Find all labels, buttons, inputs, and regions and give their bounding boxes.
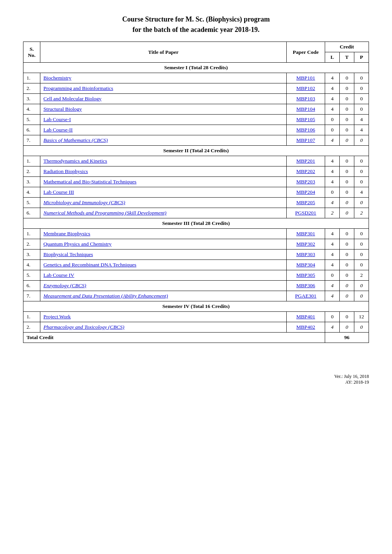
row-title-link[interactable]: Measurement and Data Presentation (Abili… [43, 293, 168, 299]
row-title-link[interactable]: Lab Course-I [43, 116, 71, 122]
row-code-link[interactable]: MBP104 [296, 106, 315, 112]
row-title-link[interactable]: Numerical Methods and Programming (Skill… [43, 210, 166, 216]
row-code[interactable]: MBP401 [287, 312, 325, 322]
row-code-link[interactable]: MBP102 [296, 85, 315, 91]
row-code-link[interactable]: MBP306 [296, 283, 315, 288]
row-code-link[interactable]: MBP107 [296, 137, 315, 143]
row-title[interactable]: Microbiology and Immunology (CBCS) [40, 198, 287, 208]
row-code-link[interactable]: MBP402 [296, 324, 315, 330]
row-title[interactable]: Pharmacology and Toxicology (CBCS) [40, 322, 287, 333]
row-code[interactable]: MBP101 [287, 73, 325, 83]
row-code[interactable]: MBP201 [287, 156, 325, 166]
row-title[interactable]: Measurement and Data Presentation (Abili… [40, 291, 287, 301]
row-code-link[interactable]: MBP304 [296, 262, 315, 268]
row-title-link[interactable]: Structural Biology [43, 106, 82, 112]
row-credit-l: 0 [325, 115, 340, 125]
row-code-link[interactable]: MBP106 [296, 127, 315, 133]
row-code[interactable]: MBP205 [287, 198, 325, 208]
row-code[interactable]: MBP302 [287, 239, 325, 250]
row-code-link[interactable]: MBP201 [296, 158, 315, 164]
row-title[interactable]: Structural Biology [40, 104, 287, 115]
row-title-link[interactable]: Microbiology and Immunology (CBCS) [43, 200, 125, 205]
row-code[interactable]: MBP305 [287, 270, 325, 281]
row-title[interactable]: Lab Course-II [40, 125, 287, 135]
row-code-link[interactable]: MBP101 [296, 75, 315, 81]
row-code-link[interactable]: MBP303 [296, 251, 315, 257]
row-credit-t: 0 [340, 260, 354, 270]
row-code[interactable]: MBP103 [287, 94, 325, 104]
row-credit-p: 12 [354, 312, 369, 322]
row-code[interactable]: MBP106 [287, 125, 325, 135]
row-code[interactable]: PGAE301 [287, 291, 325, 301]
page-title-1: Course Structure for M. Sc. (Biophysics)… [23, 15, 369, 23]
row-code-link[interactable]: MBP103 [296, 96, 315, 101]
row-title-link[interactable]: Biochemistry [43, 75, 71, 81]
row-code[interactable]: PGSD201 [287, 208, 325, 218]
row-code-link[interactable]: PGAE301 [295, 293, 317, 299]
row-title[interactable]: Biophysical Techniques [40, 250, 287, 260]
row-code-link[interactable]: MBP105 [296, 116, 315, 122]
row-title-link[interactable]: Quantum Physics and Chemistry [43, 241, 111, 247]
row-title[interactable]: Lab Course IV [40, 270, 287, 281]
row-title-link[interactable]: Basics of Mathematics (CBCS) [43, 137, 108, 143]
col-header-title: Title of Paper [40, 42, 287, 63]
row-credit-p: 0 [354, 156, 369, 166]
row-code[interactable]: MBP102 [287, 83, 325, 94]
row-title-link[interactable]: Mathematical and Bio-Statistical Techniq… [43, 179, 136, 185]
row-title-link[interactable]: Cell and Molecular Biology [43, 96, 101, 101]
row-title[interactable]: Lab Course-I [40, 115, 287, 125]
row-code[interactable]: MBP105 [287, 115, 325, 125]
row-code[interactable]: MBP301 [287, 229, 325, 239]
row-code[interactable]: MBP303 [287, 250, 325, 260]
row-title[interactable]: Mathematical and Bio-Statistical Techniq… [40, 177, 287, 187]
row-code[interactable]: MBP402 [287, 322, 325, 333]
row-code[interactable]: MBP204 [287, 187, 325, 198]
row-title[interactable]: Radiation Biophysics [40, 166, 287, 177]
row-code-link[interactable]: MBP205 [296, 200, 315, 205]
table-row: 1.Membrane BiophysicsMBP301400 [23, 229, 369, 239]
row-code-link[interactable]: MBP401 [296, 314, 315, 319]
row-title-link[interactable]: Biophysical Techniques [43, 251, 93, 257]
row-title-link[interactable]: Radiation Biophysics [43, 168, 88, 174]
row-title[interactable]: Enzymology (CBCS) [40, 281, 287, 291]
row-code[interactable]: MBP202 [287, 166, 325, 177]
row-title-link[interactable]: Project Work [43, 314, 71, 319]
row-code[interactable]: MBP107 [287, 135, 325, 146]
row-title[interactable]: Lab Course III [40, 187, 287, 198]
row-code-link[interactable]: MBP302 [296, 241, 315, 247]
row-code-link[interactable]: MBP203 [296, 179, 315, 185]
row-title-link[interactable]: Lab Course III [43, 189, 74, 195]
row-title-link[interactable]: Pharmacology and Toxicology (CBCS) [43, 324, 125, 330]
row-code-link[interactable]: MBP204 [296, 189, 315, 195]
row-code-link[interactable]: MBP305 [296, 272, 315, 278]
table-row: 6.Lab Course-IIMBP106004 [23, 125, 369, 135]
row-title[interactable]: Quantum Physics and Chemistry [40, 239, 287, 250]
row-code[interactable]: MBP203 [287, 177, 325, 187]
row-code[interactable]: MBP104 [287, 104, 325, 115]
row-title[interactable]: Programming and Bioinformatics [40, 83, 287, 94]
row-credit-l: 4 [325, 177, 340, 187]
row-title[interactable]: Basics of Mathematics (CBCS) [40, 135, 287, 146]
section-header-row: Semester I (Total 28 Credits) [23, 63, 369, 73]
row-title-link[interactable]: Thermodynamics and Kinetics [43, 158, 107, 164]
row-title-link[interactable]: Membrane Biophysics [43, 231, 90, 236]
row-title-link[interactable]: Genetics and Recombinant DNA Techniques [43, 262, 136, 268]
row-title[interactable]: Numerical Methods and Programming (Skill… [40, 208, 287, 218]
row-title-link[interactable]: Lab Course-II [43, 127, 73, 133]
row-code[interactable]: MBP306 [287, 281, 325, 291]
row-code-link[interactable]: MBP301 [296, 231, 315, 236]
table-row: 2.Pharmacology and Toxicology (CBCS)MBP4… [23, 322, 369, 333]
row-title[interactable]: Cell and Molecular Biology [40, 94, 287, 104]
row-title-link[interactable]: Programming and Bioinformatics [43, 85, 113, 91]
row-code-link[interactable]: MBP202 [296, 168, 315, 174]
row-title[interactable]: Thermodynamics and Kinetics [40, 156, 287, 166]
row-title[interactable]: Genetics and Recombinant DNA Techniques [40, 260, 287, 270]
row-title[interactable]: Membrane Biophysics [40, 229, 287, 239]
table-row: 5.Microbiology and Immunology (CBCS)MBP2… [23, 198, 369, 208]
row-title[interactable]: Project Work [40, 312, 287, 322]
row-title[interactable]: Biochemistry [40, 73, 287, 83]
row-code-link[interactable]: PGSD201 [295, 210, 316, 216]
row-code[interactable]: MBP304 [287, 260, 325, 270]
row-title-link[interactable]: Lab Course IV [43, 272, 74, 278]
row-title-link[interactable]: Enzymology (CBCS) [43, 283, 86, 288]
